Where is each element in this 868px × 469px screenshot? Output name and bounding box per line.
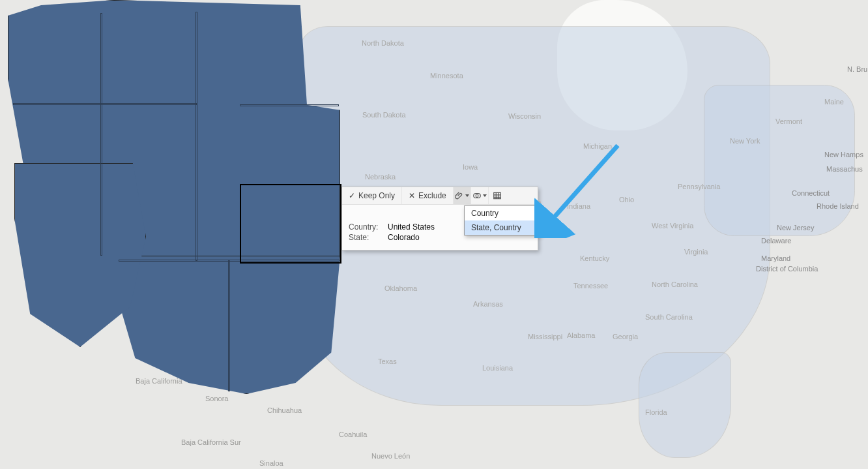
label-delaware: Delaware [761,237,791,245]
label-massachus: Massachus [826,165,863,173]
dropdown-item-state-country[interactable]: State, Country [465,220,540,235]
dropdown-item-country[interactable]: Country [465,206,540,220]
exclude-label: Exclude [418,191,446,200]
keep-only-button[interactable]: ✓ Keep Only [342,187,402,204]
group-members-button[interactable] [454,187,471,204]
chevron-down-icon [465,194,469,197]
label-maryland: Maryland [761,254,790,262]
state-border [240,104,339,106]
tooltip-state-value: Colorado [388,233,420,242]
us-florida[interactable] [639,352,731,458]
tooltip-toolbar: ✓ Keep Only ✕ Exclude [342,187,538,205]
state-border [13,103,197,105]
us-northeast[interactable] [704,85,855,236]
label-new-hamps: New Hamps [824,151,863,159]
label-district-of-columbia: District of Columbia [756,265,808,273]
label-new-jersey: New Jersey [777,224,814,232]
state-border [228,260,230,391]
create-set-button[interactable] [471,187,489,204]
map-canvas[interactable]: North Dakota South Dakota Minnesota Wisc… [0,0,868,469]
paperclip-icon [455,191,464,200]
label-n-brun: N. Brun [847,65,868,73]
grid-icon [493,191,502,200]
venn-icon [472,191,482,200]
state-border [195,12,197,261]
chevron-down-icon [483,194,487,197]
keep-only-label: Keep Only [358,191,395,200]
group-by-dropdown[interactable]: Country State, Country [464,205,541,235]
tooltip-country-label: Country: [349,222,384,232]
exclude-button[interactable]: ✕ Exclude [402,187,454,204]
close-icon: ✕ [409,191,415,200]
check-icon: ✓ [349,191,355,200]
view-data-button[interactable] [489,187,506,204]
tooltip-country-value: United States [388,222,435,232]
colorado-outline[interactable] [240,184,341,264]
tooltip-state-label: State: [349,233,384,242]
state-border [100,13,102,256]
label-connecticut: Connecticut [792,189,830,197]
label-rhode-island: Rhode Island [817,202,859,210]
